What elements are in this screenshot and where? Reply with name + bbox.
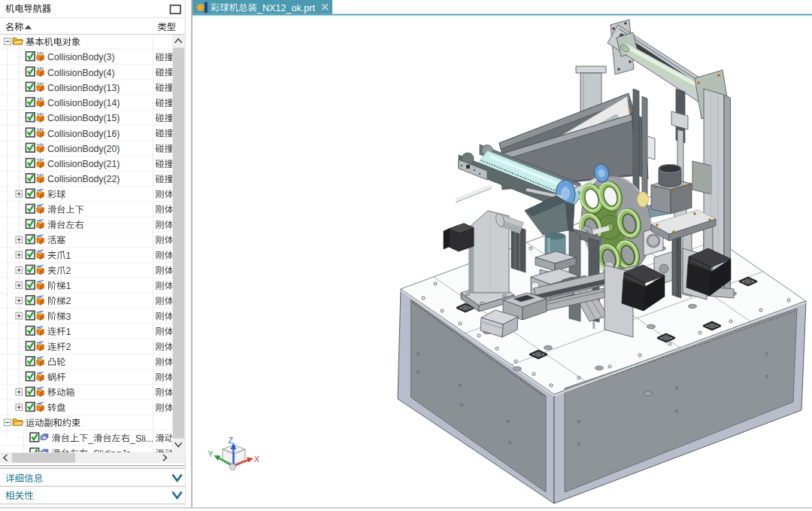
svg-text:2: 2 <box>65 266 71 276</box>
svg-text:CollisionBody(16): CollisionBody(16) <box>47 129 120 139</box>
svg-text:_NX12_ok.prt: _NX12_ok.prt <box>256 3 316 14</box>
svg-text:2: 2 <box>65 342 71 352</box>
svg-text:1: 1 <box>65 327 71 337</box>
svg-text:1: 1 <box>65 251 71 261</box>
svg-text:CollisionBody(15): CollisionBody(15) <box>47 113 120 123</box>
svg-text:3: 3 <box>65 312 71 322</box>
svg-text:CollisionBody(14): CollisionBody(14) <box>47 98 120 108</box>
svg-text:Z: Z <box>229 436 234 445</box>
svg-text:1: 1 <box>65 281 71 291</box>
svg-text:CollisionBody(20): CollisionBody(20) <box>47 144 120 154</box>
svg-text:CollisionBody(3): CollisionBody(3) <box>47 52 115 62</box>
svg-text:Y: Y <box>208 449 214 458</box>
svg-text:CollisionBody(22): CollisionBody(22) <box>47 174 120 184</box>
svg-text:2: 2 <box>65 296 71 306</box>
svg-text:_: _ <box>87 433 94 444</box>
svg-text:CollisionBody(4): CollisionBody(4) <box>47 68 115 78</box>
svg-text:X: X <box>254 455 259 464</box>
svg-text:CollisionBody(21): CollisionBody(21) <box>47 159 120 169</box>
svg-text:CollisionBody(13): CollisionBody(13) <box>47 83 120 93</box>
svg-text:_Sli...: _Sli... <box>129 433 153 444</box>
